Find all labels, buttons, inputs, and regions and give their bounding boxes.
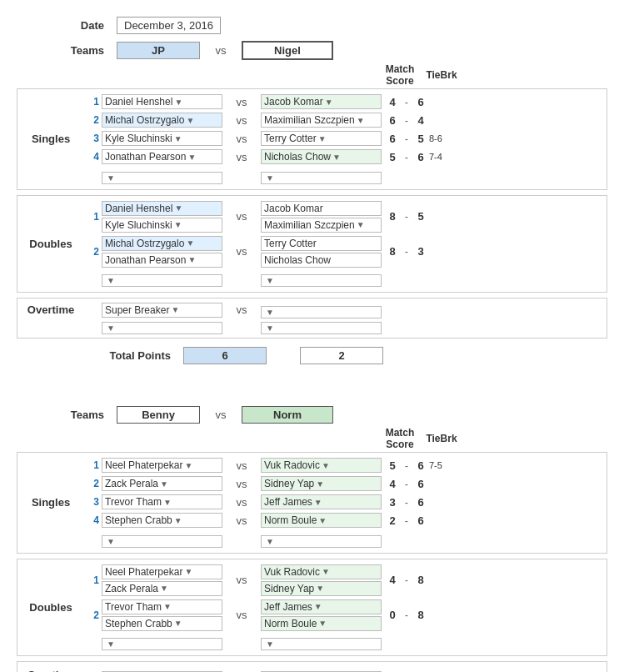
singles-p2-2[interactable]: Maximilian Szczpien▼ [261,113,382,128]
match2-singles-row-4: 4 Stephen Crabb▼ vs Norm Boule▼ 2 - 6 [84,511,607,529]
singles-num-3: 3 [84,133,99,144]
doubles-dropdown-row: ▼ ▼ [84,269,607,289]
match2-overtime-group: Overtime ▼ vs ▼ - [17,661,607,672]
singles-vs-2: vs [225,114,258,127]
doubles-s1-1: 8 [384,210,401,223]
match1-team2[interactable]: Nigel [242,41,333,60]
match2-singles-label: Singles [17,456,84,549]
singles-vs-1: vs [225,96,258,108]
teams-label: Teams [17,44,117,57]
match2-singles-row-2: 2 Zack Perala▼ vs Sidney Yap▼ 4 - 6 [84,474,607,493]
singles-p1-2[interactable]: Michal Ostrzygalo▼ [102,113,222,128]
match1-total1: 6 [183,347,267,364]
match1-total-row: Total Points 6 2 [17,347,607,364]
singles-p2-3[interactable]: Terry Cotter▼ [261,131,382,146]
singles-s2-4: 6 [412,151,429,163]
doubles-s1-2: 8 [384,245,401,258]
doubles-p1-pair-1: Daniel Henshel▼ Kyle Sluchinski▼ [102,201,222,233]
singles-s1-2: 6 [384,114,401,127]
singles-p2-1[interactable]: Jacob Komar▼ [261,94,382,109]
match2-teams-row: Teams Benny vs Norm [17,406,607,424]
singles-s2-1: 6 [412,96,429,108]
match1-total2: 2 [300,347,383,364]
match2-singles-group: Singles 1 Neel Phaterpekar▼ vs Vuk Radov… [17,452,607,554]
doubles-p2-pair-1: Jacob Komar Maximilian Szczpien▼ [261,201,382,233]
singles-p1-4[interactable]: Jonathan Pearson▼ [102,149,222,164]
date-value[interactable]: December 3, 2016 [117,17,221,34]
match2-doubles-row-1: 1 Neel Phaterpekar▼ Zack Perala▼ vs Vuk … [84,563,607,598]
singles-num-4: 4 [84,151,99,163]
doubles-p2-pair-2: Terry Cotter Nicholas Chow [261,236,382,268]
singles-s2-2: 4 [412,114,429,127]
singles-row-1: 1 Daniel Henshel▼ vs Jacob Komar▼ 4 - 6 [84,93,607,111]
date-label: Date [17,19,117,32]
match2-team1[interactable]: Benny [117,406,200,424]
match2-doubles-label: Doubles [17,563,84,653]
singles-row-3: 3 Kyle Sluchinski▼ vs Terry Cotter▼ 6 - … [84,129,607,148]
singles-row-2: 2 Michal Ostrzygalo▼ vs Maximilian Szczp… [84,111,607,129]
doubles-s2-2: 3 [412,245,429,258]
match2-doubles-row-2: 2 Trevor Tham▼ Stephen Crabb▼ vs Jeff Ja… [84,598,607,633]
singles-s1-4: 5 [384,151,401,163]
match1-overtime-group: Overtime Super Breaker▼ vs ▼ ▼ [17,298,607,339]
match2-singles-rows: 1 Neel Phaterpekar▼ vs Vuk Radovic▼ 5 - … [84,456,607,549]
singles-p1-1[interactable]: Daniel Henshel▼ [102,94,222,109]
singles-row-4: 4 Jonathan Pearson▼ vs Nicholas Chow▼ 5 … [84,148,607,166]
match2-doubles-group: Doubles 1 Neel Phaterpekar▼ Zack Perala▼… [17,559,607,657]
match1-singles-group: Singles 1 Daniel Henshel▼ vs Jacob Komar… [17,88,607,190]
singles-s1-1: 4 [384,96,401,108]
match1-section: Date December 3, 2016 Teams JP vs Nigel … [17,17,607,364]
match2-doubles-dropdown-row: ▼ ▼ [84,633,607,653]
match1-singles-label: Singles [17,93,84,186]
doubles-row-2: 2 Michal Ostrzygalo▼ Jonathan Pearson▼ v… [84,234,607,269]
match2-vs: vs [200,409,242,421]
singles-num-2: 2 [84,114,99,126]
match1-vs: vs [200,44,242,57]
match1-teams-row: Teams JP vs Nigel [17,41,607,60]
match1-doubles-label: Doubles [17,199,84,289]
tiebrk-header: TieBrk [425,69,458,81]
match2-singles-row-3: 3 Trevor Tham▼ vs Jeff James▼ 3 - 6 [84,493,607,511]
singles-vs-3: vs [225,133,258,145]
singles-p2-4[interactable]: Nicholas Chow▼ [261,149,382,164]
match2-teams-label: Teams [17,409,117,421]
match2-score-header: Match Score [375,427,425,450]
singles-s1-3: 6 [384,133,401,145]
doubles-p1-pair-2: Michal Ostrzygalo▼ Jonathan Pearson▼ [102,236,222,268]
match1-team1[interactable]: JP [117,42,200,59]
match2-team2[interactable]: Norm [242,406,333,424]
match1-doubles-rows: 1 Daniel Henshel▼ Kyle Sluchinski▼ vs Ja… [84,199,607,289]
match2-overtime-label: Overtime [17,669,84,672]
match2-section: Teams Benny vs Norm Match Score TieBrk S… [17,406,607,672]
match2-doubles-rows: 1 Neel Phaterpekar▼ Zack Perala▼ vs Vuk … [84,563,607,653]
singles-tb-4: 7-4 [429,152,458,162]
singles-num-1: 1 [84,96,99,108]
overtime-p2[interactable]: ▼ [261,302,382,318]
match1-singles-rows: 1 Daniel Henshel▼ vs Jacob Komar▼ 4 - 6 [84,93,607,186]
doubles-row-1: 1 Daniel Henshel▼ Kyle Sluchinski▼ vs Ja… [84,199,607,234]
singles-s2-3: 5 [412,133,429,145]
overtime-p1[interactable]: Super Breaker▼ [102,303,222,318]
singles-p1-3[interactable]: Kyle Sluchinski▼ [102,131,222,146]
match1-doubles-group: Doubles 1 Daniel Henshel▼ Kyle Sluchinsk… [17,195,607,293]
match1-total-label: Total Points [17,349,183,362]
singles-vs-4: vs [225,151,258,163]
match2-singles-dropdown-row: ▼ ▼ [84,529,607,549]
score-header: Match Score [375,63,425,87]
match1-overtime-label: Overtime [17,303,84,316]
singles-dropdown-row: ▼ ▼ [84,166,607,186]
match2-tiebrk-header: TieBrk [425,433,458,444]
match2-singles-row-1: 1 Neel Phaterpekar▼ vs Vuk Radovic▼ 5 - … [84,456,607,474]
singles-tb-3: 8-6 [429,133,458,143]
doubles-s2-1: 5 [412,210,429,223]
date-row: Date December 3, 2016 [17,17,607,34]
